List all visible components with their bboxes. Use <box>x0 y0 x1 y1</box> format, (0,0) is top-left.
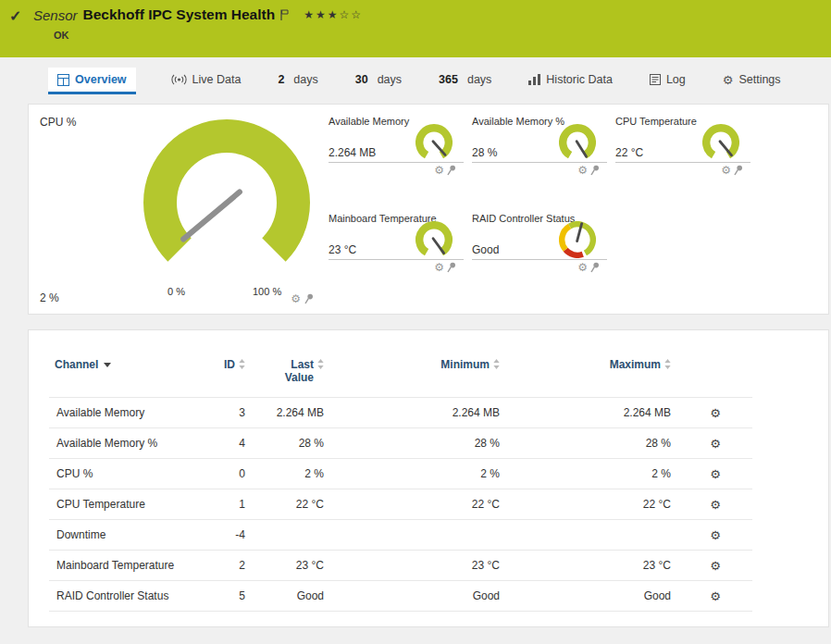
gauge-max-label: 100 % <box>253 286 281 297</box>
sort-icon <box>664 359 671 369</box>
cpu-gauge-tile[interactable]: CPU % 0 % 100 % 2 % ⚙ <box>40 116 317 304</box>
table-row[interactable]: CPU %02 %2 %2 %⚙ <box>49 459 752 489</box>
channel-last-value: 2 % <box>253 459 331 489</box>
gauge-tile-available-memory-pct[interactable]: Available Memory % 28 % ⚙ <box>472 116 613 177</box>
channel-maximum: 2 % <box>507 459 678 489</box>
tab-label: Historic Data <box>546 73 613 86</box>
gauge-tile-cpu-temperature[interactable]: CPU Temperature 22 °C ⚙ <box>615 116 756 177</box>
column-header-channel[interactable]: Channel <box>49 358 188 398</box>
channel-settings-icon[interactable]: ⚙ <box>710 589 721 603</box>
gauge-tile-mainboard-temperature[interactable]: Mainboard Temperature 23 °C ⚙ <box>329 213 469 274</box>
channel-minimum: 22 °C <box>331 489 507 520</box>
priority-stars[interactable]: ★★★☆☆ <box>304 8 363 21</box>
pin-icon[interactable] <box>447 165 456 176</box>
pin-icon[interactable] <box>590 262 600 273</box>
tab-number: 365 <box>439 73 458 86</box>
channel-name[interactable]: CPU Temperature <box>49 489 188 520</box>
tab-settings[interactable]: ⚙ Settings <box>721 68 783 94</box>
channel-id: 5 <box>188 581 253 612</box>
sort-icon <box>317 359 324 369</box>
channel-settings-icon[interactable]: ⚙ <box>710 559 721 573</box>
pin-icon[interactable] <box>734 165 743 176</box>
pin-icon[interactable] <box>304 293 314 304</box>
column-header-settings <box>678 358 752 398</box>
gauge-value: 28 % <box>472 146 497 159</box>
channel-name[interactable]: Mainboard Temperature <box>49 551 188 581</box>
small-gauges-grid: Available Memory 2.264 MB ⚙ Available Me… <box>329 116 756 303</box>
tab-label: Log <box>666 73 686 86</box>
tab-365-days[interactable]: 365 days <box>437 68 493 94</box>
channel-id: 3 <box>188 398 253 428</box>
gauge-value: 22 °C <box>615 146 643 159</box>
column-header-id[interactable]: ID <box>188 358 253 398</box>
pin-icon[interactable] <box>590 165 600 176</box>
table-row[interactable]: Available Memory %428 %28 %28 %⚙ <box>49 428 752 459</box>
channel-minimum: Good <box>331 581 507 612</box>
channel-settings-icon[interactable]: ⚙ <box>710 406 721 420</box>
overview-icon <box>57 74 69 86</box>
channel-settings-icon[interactable]: ⚙ <box>710 467 721 481</box>
gauge-tile-available-memory[interactable]: Available Memory 2.264 MB ⚙ <box>329 116 469 177</box>
gear-icon[interactable]: ⚙ <box>291 293 301 304</box>
channel-last-value: 28 % <box>253 428 331 459</box>
gauge-value: 2.264 MB <box>329 146 376 159</box>
sensor-status-bar: ✓ Sensor Beckhoff IPC System Health ★★★☆… <box>0 0 831 57</box>
column-label: ID <box>224 358 235 371</box>
channel-settings-icon[interactable]: ⚙ <box>710 528 721 542</box>
channel-last-value <box>253 520 331 551</box>
table-row[interactable]: RAID Controller Status5GoodGoodGood⚙ <box>49 581 752 612</box>
channel-last-value: 2.264 MB <box>253 398 331 428</box>
column-header-minimum[interactable]: Minimum <box>331 358 507 398</box>
column-label: Minimum <box>440 358 490 371</box>
table-header-row: Channel ID Last Value Minimum Maximum <box>49 358 752 398</box>
tab-live-data[interactable]: Live Data <box>169 68 243 94</box>
gear-icon[interactable]: ⚙ <box>577 165 588 176</box>
table-row[interactable]: Mainboard Temperature223 °C23 °C23 °C⚙ <box>49 551 752 581</box>
gear-icon[interactable]: ⚙ <box>434 165 444 176</box>
gauge-value: Good <box>472 243 499 256</box>
tab-30-days[interactable]: 30 days <box>353 68 403 94</box>
sort-icon <box>493 359 500 369</box>
table-row[interactable]: Available Memory32.264 MB2.264 MB2.264 M… <box>49 398 752 428</box>
table-row[interactable]: CPU Temperature122 °C22 °C22 °C⚙ <box>49 489 752 520</box>
cpu-gauge-dial <box>143 119 310 286</box>
column-header-maximum[interactable]: Maximum <box>507 358 678 398</box>
tab-log[interactable]: Log <box>648 68 688 94</box>
tab-label: days <box>467 73 491 86</box>
gauge-dial <box>559 221 596 258</box>
channel-maximum: 23 °C <box>507 551 678 581</box>
table-row[interactable]: Downtime-4⚙ <box>49 520 752 551</box>
sensor-status-text: OK <box>54 30 363 41</box>
gear-icon[interactable]: ⚙ <box>721 165 731 176</box>
channel-id: 2 <box>188 551 253 581</box>
gauge-tile-raid-controller-status[interactable]: RAID Controller Status Good ⚙ <box>472 213 613 274</box>
channel-name[interactable]: Available Memory % <box>49 428 188 459</box>
channel-maximum: 22 °C <box>507 489 678 520</box>
tab-label: Settings <box>738 73 780 86</box>
channel-last-value: Good <box>253 581 331 612</box>
pin-icon[interactable] <box>447 262 456 273</box>
channel-id: 4 <box>188 428 253 459</box>
tab-2-days[interactable]: 2 days <box>276 68 319 94</box>
settings-gear-icon: ⚙ <box>723 74 734 86</box>
channel-settings-icon[interactable]: ⚙ <box>710 437 721 451</box>
tab-label: days <box>293 73 317 86</box>
gear-icon[interactable]: ⚙ <box>434 262 444 273</box>
status-check-icon: ✓ <box>9 6 33 57</box>
tab-overview[interactable]: Overview <box>48 68 136 94</box>
column-header-last-value[interactable]: Last Value <box>253 358 331 398</box>
flag-icon[interactable] <box>280 9 289 20</box>
column-label: Channel <box>55 358 98 371</box>
channels-table-body: Available Memory32.264 MB2.264 MB2.264 M… <box>49 398 752 612</box>
channel-maximum: 28 % <box>507 428 678 459</box>
channel-id: -4 <box>188 520 253 551</box>
channel-name[interactable]: Available Memory <box>49 398 188 428</box>
channel-minimum: 28 % <box>331 428 507 459</box>
gear-icon[interactable]: ⚙ <box>577 262 588 273</box>
tab-historic-data[interactable]: Historic Data <box>527 68 614 94</box>
channel-name[interactable]: Downtime <box>49 520 188 551</box>
channel-name[interactable]: RAID Controller Status <box>49 581 188 612</box>
channel-settings-icon[interactable]: ⚙ <box>710 498 721 512</box>
channel-last-value: 23 °C <box>253 551 331 581</box>
channel-name[interactable]: CPU % <box>49 459 188 489</box>
